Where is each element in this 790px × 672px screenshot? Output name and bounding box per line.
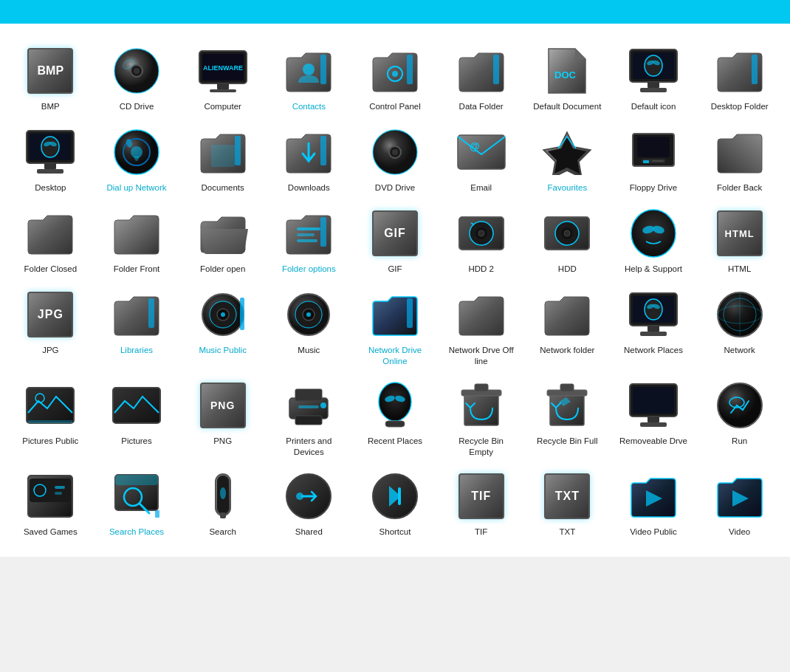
svg-rect-94 [298, 405, 319, 408]
icon-label-contacts: Contacts [292, 101, 326, 112]
icon-item-html[interactable]: HTMLHTML [696, 199, 783, 281]
icon-label-removeable-drive: Removeable Drve [619, 436, 687, 447]
icon-item-pictures[interactable]: Pictures [94, 371, 180, 462]
icon-box-search [193, 470, 253, 523]
icon-item-hdd[interactable]: HDD [524, 199, 611, 281]
svg-rect-31 [44, 163, 56, 169]
icon-box-network-places [624, 288, 683, 341]
icon-item-documents[interactable]: Documents [179, 118, 266, 199]
icon-item-hdd2[interactable]: HDD 2 [438, 199, 524, 281]
icon-item-dial-up-network[interactable]: Dial up Network [94, 118, 180, 199]
icon-box-music [279, 288, 338, 341]
svg-rect-66 [148, 298, 154, 328]
icon-box-hdd2 [452, 207, 511, 260]
svg-point-95 [320, 402, 326, 408]
icon-box-printers-devices [279, 379, 338, 432]
icon-label-jpg: JPG [42, 345, 58, 356]
icon-item-default-document[interactable]: DOCDefault Document [524, 37, 611, 118]
svg-rect-114 [55, 486, 65, 489]
svg-rect-100 [464, 393, 498, 425]
icon-item-network-drive-online[interactable]: Network Drive Online [352, 281, 439, 371]
icon-item-contacts[interactable]: Contacts [266, 37, 352, 118]
icon-item-gif[interactable]: GIFGIF [352, 199, 439, 281]
svg-rect-50 [652, 160, 664, 162]
icon-item-printers-devices[interactable]: Printers and Devices [266, 371, 352, 462]
icon-item-libraries[interactable]: Libraries [94, 281, 180, 371]
svg-rect-93 [295, 416, 322, 425]
icon-box-video [710, 470, 769, 523]
icon-item-png[interactable]: PNGPNG [179, 371, 266, 462]
icon-item-folder-options[interactable]: Folder options [266, 199, 352, 281]
svg-rect-24 [640, 88, 667, 92]
icon-item-jpg[interactable]: JPGJPG [7, 281, 94, 371]
svg-point-2 [134, 68, 140, 74]
icon-label-search: Search [209, 527, 236, 538]
icon-item-network-places[interactable]: Network Places [611, 281, 697, 371]
icon-item-pictures-public[interactable]: Pictures Public [7, 371, 94, 462]
icon-box-network-drive-offline [452, 288, 511, 341]
icon-item-downloads[interactable]: Downloads [266, 118, 352, 199]
svg-rect-115 [55, 492, 62, 495]
icon-item-network[interactable]: Network [696, 281, 783, 371]
icon-box-search-places [107, 470, 166, 523]
icon-item-folder-front[interactable]: Folder Front [94, 199, 180, 281]
icon-item-music[interactable]: Music [266, 281, 352, 371]
svg-rect-107 [633, 387, 674, 414]
icon-item-music-public[interactable]: Music Public [179, 281, 266, 371]
icon-item-floppy-drive[interactable]: Floppy Drive [611, 118, 697, 199]
icon-box-contacts [279, 44, 338, 97]
icon-item-search-places[interactable]: Search Places [94, 462, 180, 544]
icon-item-recycle-bin-empty[interactable]: Recycle Bin Empty [438, 371, 524, 462]
icon-label-email: Email [470, 182, 492, 193]
svg-point-58 [478, 230, 484, 236]
icon-item-email[interactable]: @Email [438, 118, 524, 199]
icon-item-computer[interactable]: ALIENWAREComputer [179, 37, 266, 118]
icon-box-network [710, 288, 769, 341]
svg-point-35 [131, 146, 142, 158]
svg-rect-54 [320, 217, 326, 247]
icon-box-video-public [624, 470, 683, 523]
icon-item-folder-back[interactable]: Folder Back [696, 118, 783, 199]
icon-item-run[interactable]: Run [696, 371, 783, 462]
svg-rect-25 [752, 55, 758, 84]
icon-item-txt[interactable]: TXTTXT [524, 462, 611, 544]
icon-item-dvd-drive[interactable]: DVD Drive [352, 118, 439, 199]
icon-box-folder-closed [21, 207, 80, 260]
icon-item-video[interactable]: Video [696, 462, 783, 544]
icon-label-saved-games: Saved Games [24, 527, 78, 538]
icon-item-bmp[interactable]: BMPBMP [7, 37, 94, 118]
icon-item-folder-open[interactable]: Folder open [179, 199, 266, 281]
svg-rect-13 [407, 55, 413, 84]
icon-label-bmp: BMP [41, 101, 60, 112]
icon-item-folder-closed[interactable]: Folder Closed [7, 199, 94, 281]
icon-label-libraries: Libraries [120, 345, 153, 356]
icon-item-data-folder[interactable]: Data Folder [438, 37, 524, 118]
svg-point-41 [392, 149, 398, 155]
icon-item-control-panel[interactable]: Control Panel [352, 37, 439, 118]
icon-item-cd-drive[interactable]: CD Drive [94, 37, 180, 118]
svg-point-62 [564, 230, 570, 236]
svg-rect-14 [493, 55, 499, 84]
svg-rect-71 [240, 298, 244, 330]
icon-item-video-public[interactable]: Video Public [611, 462, 697, 544]
icon-label-shortcut: Shortcut [379, 527, 411, 538]
svg-point-70 [221, 312, 225, 317]
icon-item-default-icon[interactable]: Default icon [611, 37, 697, 118]
svg-rect-23 [648, 82, 659, 88]
icon-item-shortcut[interactable]: Shortcut [352, 462, 439, 544]
icon-item-favourites[interactable]: Favourites [524, 118, 611, 199]
icon-item-saved-games[interactable]: Saved Games [7, 462, 94, 544]
icon-item-desktop[interactable]: Desktop [7, 118, 94, 199]
icon-item-desktop-folder[interactable]: Desktop Folder [696, 37, 783, 118]
icon-item-removeable-drive[interactable]: Removeable Drve [611, 371, 697, 462]
icon-item-shared[interactable]: Shared [266, 462, 352, 544]
icon-item-tif[interactable]: TIFTIF [438, 462, 524, 544]
icon-box-folder-back [710, 126, 769, 179]
icon-item-recent-places[interactable]: Recent Places [352, 371, 439, 462]
icon-item-network-drive-offline[interactable]: Network Drve Off line [438, 281, 524, 371]
icon-item-network-folder[interactable]: Network folder [524, 281, 611, 371]
icon-item-recycle-bin-full[interactable]: Recycle Bin Full [524, 371, 611, 462]
icon-item-help-support[interactable]: Help & Support [611, 199, 697, 281]
svg-rect-82 [648, 326, 659, 332]
icon-item-search[interactable]: Search [179, 462, 266, 544]
